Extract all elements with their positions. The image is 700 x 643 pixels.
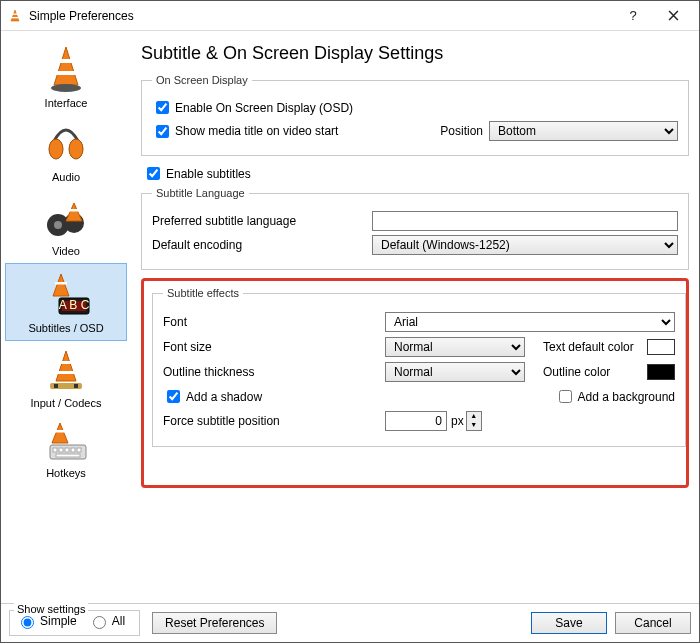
force-position-spinner[interactable]: px ▲▼ bbox=[385, 411, 482, 431]
svg-rect-26 bbox=[54, 430, 66, 433]
reset-preferences-button[interactable]: Reset Preferences bbox=[152, 612, 277, 634]
svg-rect-21 bbox=[58, 371, 74, 374]
font-size-label: Font size bbox=[163, 340, 385, 354]
sidebar-item-label: Subtitles / OSD bbox=[28, 322, 103, 334]
app-icon bbox=[7, 8, 23, 24]
svg-rect-2 bbox=[11, 17, 18, 18]
enable-osd-label: Enable On Screen Display (OSD) bbox=[175, 101, 353, 115]
sidebar-item-label: Interface bbox=[45, 97, 88, 109]
font-size-select[interactable]: Normal bbox=[385, 337, 525, 357]
force-position-unit: px bbox=[451, 414, 464, 428]
add-shadow-label: Add a shadow bbox=[186, 390, 537, 404]
close-button[interactable] bbox=[653, 2, 693, 30]
svg-rect-28 bbox=[53, 448, 57, 452]
simple-radio-label: Simple bbox=[40, 614, 77, 628]
outline-thickness-label: Outline thickness bbox=[163, 365, 385, 379]
sidebar-item-hotkeys[interactable]: Hotkeys bbox=[5, 415, 127, 485]
position-select[interactable]: Bottom bbox=[489, 121, 678, 141]
svg-marker-19 bbox=[56, 351, 76, 381]
default-encoding-select[interactable]: Default (Windows-1252) bbox=[372, 235, 678, 255]
svg-marker-3 bbox=[54, 47, 78, 85]
svg-rect-4 bbox=[59, 59, 73, 63]
sidebar-item-interface[interactable]: Interface bbox=[5, 37, 127, 115]
svg-rect-15 bbox=[55, 282, 67, 285]
svg-marker-25 bbox=[52, 423, 68, 443]
svg-point-6 bbox=[51, 84, 81, 92]
text-default-color-button[interactable] bbox=[647, 339, 675, 355]
save-button[interactable]: Save bbox=[531, 612, 607, 634]
subtitle-effects-highlight: Subtitle effects Font Arial Font size No… bbox=[141, 278, 689, 488]
svg-marker-14 bbox=[53, 274, 69, 296]
titlebar: Simple Preferences ? bbox=[1, 1, 699, 31]
category-sidebar: Interface Audio Video A B C Subtitles / … bbox=[1, 31, 131, 603]
svg-rect-1 bbox=[12, 13, 18, 14]
svg-rect-29 bbox=[59, 448, 63, 452]
subtitle-language-legend: Subtitle Language bbox=[152, 187, 249, 199]
all-radio[interactable] bbox=[93, 616, 106, 629]
font-label: Font bbox=[163, 315, 385, 329]
spin-up-icon[interactable]: ▲ bbox=[467, 412, 481, 421]
sidebar-item-label: Hotkeys bbox=[46, 467, 86, 479]
show-media-title-label: Show media title on video start bbox=[175, 124, 417, 138]
force-position-input[interactable] bbox=[385, 411, 447, 431]
svg-rect-30 bbox=[65, 448, 69, 452]
help-button[interactable]: ? bbox=[613, 2, 653, 30]
outline-thickness-select[interactable]: Normal bbox=[385, 362, 525, 382]
sidebar-item-label: Video bbox=[52, 245, 80, 257]
show-settings-group: Show settings Simple All bbox=[9, 610, 140, 636]
page-title: Subtitle & On Screen Display Settings bbox=[141, 43, 689, 64]
subtitle-language-group: Subtitle Language Preferred subtitle lan… bbox=[141, 187, 689, 270]
osd-group: On Screen Display Enable On Screen Displ… bbox=[141, 74, 689, 156]
svg-rect-5 bbox=[56, 71, 76, 75]
osd-legend: On Screen Display bbox=[152, 74, 252, 86]
show-media-title-checkbox[interactable] bbox=[156, 125, 169, 138]
sidebar-item-video[interactable]: Video bbox=[5, 189, 127, 263]
add-background-label: Add a background bbox=[578, 390, 675, 404]
preferred-language-input[interactable] bbox=[372, 211, 678, 231]
sidebar-item-subtitles-osd[interactable]: A B C Subtitles / OSD bbox=[5, 263, 127, 341]
enable-subtitles-checkbox[interactable] bbox=[147, 167, 160, 180]
svg-rect-31 bbox=[71, 448, 75, 452]
outline-color-label: Outline color bbox=[543, 365, 647, 379]
svg-rect-24 bbox=[74, 384, 78, 388]
outline-color-button[interactable] bbox=[647, 364, 675, 380]
show-settings-label: Show settings bbox=[14, 603, 88, 615]
default-encoding-label: Default encoding bbox=[152, 238, 372, 252]
subtitle-effects-group: Subtitle effects Font Arial Font size No… bbox=[152, 287, 686, 447]
svg-rect-20 bbox=[60, 361, 72, 364]
simple-radio[interactable] bbox=[21, 616, 34, 629]
sidebar-item-audio[interactable]: Audio bbox=[5, 115, 127, 189]
subtitle-effects-legend: Subtitle effects bbox=[163, 287, 243, 299]
sidebar-item-label: Input / Codecs bbox=[31, 397, 102, 409]
sidebar-item-label: Audio bbox=[52, 171, 80, 183]
all-radio-label: All bbox=[112, 614, 125, 628]
position-label: Position bbox=[423, 124, 483, 138]
force-position-label: Force subtitle position bbox=[163, 414, 385, 428]
svg-rect-33 bbox=[56, 454, 80, 457]
main-panel: Subtitle & On Screen Display Settings On… bbox=[131, 31, 699, 603]
preferred-language-label: Preferred subtitle language bbox=[152, 214, 372, 228]
svg-marker-12 bbox=[66, 203, 82, 221]
text-default-color-label: Text default color bbox=[543, 340, 647, 354]
font-select[interactable]: Arial bbox=[385, 312, 675, 332]
enable-subtitles-label: Enable subtitles bbox=[166, 167, 251, 181]
footer: Show settings Simple All Reset Preferenc… bbox=[1, 603, 699, 642]
svg-point-8 bbox=[69, 139, 83, 159]
sidebar-item-input-codecs[interactable]: Input / Codecs bbox=[5, 341, 127, 415]
svg-rect-23 bbox=[54, 384, 58, 388]
add-background-checkbox[interactable] bbox=[559, 390, 572, 403]
cancel-button[interactable]: Cancel bbox=[615, 612, 691, 634]
add-shadow-checkbox[interactable] bbox=[167, 390, 180, 403]
preferences-window: Simple Preferences ? Interface Audio Vid… bbox=[0, 0, 700, 643]
svg-marker-0 bbox=[11, 10, 19, 21]
svg-rect-32 bbox=[77, 448, 81, 452]
svg-point-10 bbox=[54, 221, 62, 229]
window-title: Simple Preferences bbox=[29, 9, 613, 23]
enable-osd-checkbox[interactable] bbox=[156, 101, 169, 114]
spin-down-icon[interactable]: ▼ bbox=[467, 421, 481, 430]
svg-text:A B C: A B C bbox=[59, 298, 90, 312]
svg-rect-13 bbox=[69, 209, 79, 212]
svg-point-7 bbox=[49, 139, 63, 159]
